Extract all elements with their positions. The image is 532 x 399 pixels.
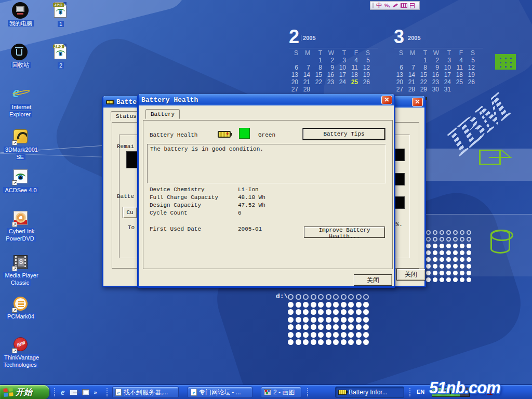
icon-label[interactable]: ThinkVantage Technologies <box>0 354 45 368</box>
quicklaunch-show-desktop-icon[interactable] <box>82 389 89 395</box>
icon-label[interactable]: ACDSee 4.0 <box>0 187 42 194</box>
wallpaper-dot <box>311 317 316 323</box>
desktop-icon-recycle-bin[interactable] <box>11 44 28 60</box>
icon-label[interactable]: Internet Explorer <box>1 103 41 118</box>
wallpaper-dot <box>348 302 354 308</box>
icon-label[interactable]: PCMark04 <box>0 313 42 320</box>
icon-label[interactable]: 回收站 <box>1 61 41 69</box>
wallpaper-dot <box>311 332 316 338</box>
wallpaper-dot <box>341 309 347 315</box>
wallpaper-dot <box>433 271 437 275</box>
desktop-icon-acdsee[interactable]: ↗ <box>12 168 29 185</box>
ime-punctuation-icon[interactable]: %, <box>384 2 390 9</box>
info-value: Li-Ion <box>238 187 259 194</box>
ime-mode-icon[interactable]: 中 <box>376 2 382 9</box>
icon-label[interactable]: Media Player Classic <box>0 272 44 286</box>
calendar-day: 6 <box>394 64 406 71</box>
close-button-background[interactable]: 关闭 <box>396 269 425 281</box>
wallpaper-dot <box>440 257 444 262</box>
ime-language-bar[interactable]: 中 %, <box>370 1 420 10</box>
windows-flag-icon <box>3 388 14 397</box>
wallpaper-dot <box>363 332 369 338</box>
taskbar-item-forum[interactable]: e 专门网论坛 - ... <box>188 387 252 398</box>
calendar-day: 22 <box>418 78 430 86</box>
improve-battery-health-button[interactable]: Improve Battery Health... <box>304 227 385 238</box>
wallpaper-dot <box>433 230 437 235</box>
taskbar-item-battery-information[interactable]: Battery Infor... <box>335 387 404 398</box>
wallpaper-dot <box>348 309 354 315</box>
wallpaper-dot <box>426 257 431 262</box>
taskbar-separator <box>107 388 108 396</box>
battery-info-row: Full Charge Capacity48.18 Wh <box>150 194 378 202</box>
calendar-month: 2 <box>289 29 299 45</box>
battery-health-titlebar[interactable]: Battery Health ✕ <box>139 94 394 105</box>
battery-label: Batte <box>117 193 134 200</box>
wallpaper-dot <box>460 230 464 235</box>
ime-grip-handle[interactable] <box>373 3 374 8</box>
calendar-day: 27 <box>394 86 406 93</box>
ime-menu-icon[interactable] <box>410 3 415 8</box>
battery-tips-button[interactable]: Battery Tips <box>303 128 385 140</box>
current-button[interactable]: Cu <box>123 207 137 218</box>
quicklaunch-chevron-icon[interactable]: » <box>94 389 97 395</box>
calendar-day: 21 <box>301 78 313 86</box>
start-button[interactable]: 开始 <box>0 385 49 399</box>
close-icon[interactable]: ✕ <box>412 98 423 107</box>
desktop-icon-3dmark2001[interactable]: ↗ <box>12 128 29 145</box>
taskbar-item-paint[interactable]: 2 - 画图 <box>261 387 301 398</box>
calendar-year: 2005 <box>301 35 315 41</box>
taskbar-separator <box>54 388 56 396</box>
wallpaper-dot <box>426 250 431 255</box>
wallpaper-dot <box>460 264 464 269</box>
icon-label[interactable]: 2 <box>48 62 74 69</box>
wallpaper-dot <box>348 339 354 345</box>
calendar-day: 22 <box>313 78 325 86</box>
wallpaper-dot <box>303 339 309 345</box>
calendar-weekday: F <box>349 49 361 57</box>
ime-pen-icon[interactable] <box>393 3 398 7</box>
tray-language-indicator[interactable]: EN <box>417 389 424 395</box>
wallpaper-dot <box>453 230 458 235</box>
desktop-icon-jpg-1[interactable]: JPG <box>53 2 70 19</box>
close-button-dialog[interactable]: 关闭 <box>354 274 392 286</box>
wallpaper-dot <box>467 244 471 248</box>
desktop-icon-my-computer[interactable] <box>12 2 29 19</box>
icon-label[interactable]: 我的电脑 <box>1 20 41 27</box>
desktop-icon-thinkvantage[interactable]: IBM ↗ <box>12 336 29 353</box>
calendar-day: 23 <box>430 78 442 86</box>
wallpaper-dot <box>460 244 464 248</box>
calendar-weekday: S <box>361 49 373 57</box>
calendar-day: 24 <box>337 78 349 86</box>
info-label: Device Chemistry <box>150 187 238 194</box>
wallpaper-dot <box>318 309 324 315</box>
calendar-day: 1 <box>418 57 430 64</box>
wallpaper-dot <box>460 271 464 275</box>
icon-label[interactable]: 3DMark2001 SE <box>0 146 42 161</box>
calendar-day: 16 <box>325 71 337 78</box>
wallpaper-dot <box>460 250 464 255</box>
wallpaper-dot <box>467 277 471 282</box>
desktop-icon-pcmark04[interactable]: ↗ <box>12 296 29 312</box>
ime-keyboard-icon[interactable] <box>401 3 407 8</box>
ie-page-icon: e <box>191 389 197 396</box>
desktop-icon-internet-explorer[interactable]: e <box>12 84 29 101</box>
wallpaper-dot <box>440 250 444 255</box>
desktop-icon-jpg-2[interactable]: JPG <box>53 44 70 60</box>
calendar-day: 25 <box>349 78 361 86</box>
close-icon[interactable]: ✕ <box>381 96 392 104</box>
icon-label[interactable]: 1 <box>48 20 74 28</box>
wallpaper-dot <box>363 309 369 315</box>
quicklaunch-mail-icon[interactable] <box>70 390 77 395</box>
tab-battery[interactable]: Battery <box>145 109 180 119</box>
calendar-day: 29 <box>418 86 430 93</box>
calendar-day: 1 <box>313 57 325 64</box>
quicklaunch-ie-icon[interactable]: e <box>61 387 65 397</box>
desktop-icon-powerdvd[interactable]: ↗ <box>12 210 29 227</box>
taskbar-item-server-not-found[interactable]: e 找不到服务器,... <box>112 387 179 398</box>
icon-label[interactable]: CyberLink PowerDVD <box>0 228 42 242</box>
wallpaper-dot <box>288 317 294 323</box>
shortcut-arrow-icon: ↗ <box>12 266 17 271</box>
remaining-label: Remai <box>117 143 134 150</box>
desktop-icon-media-player-classic[interactable]: S ↗ <box>12 254 29 271</box>
wallpaper-dot <box>440 277 444 282</box>
